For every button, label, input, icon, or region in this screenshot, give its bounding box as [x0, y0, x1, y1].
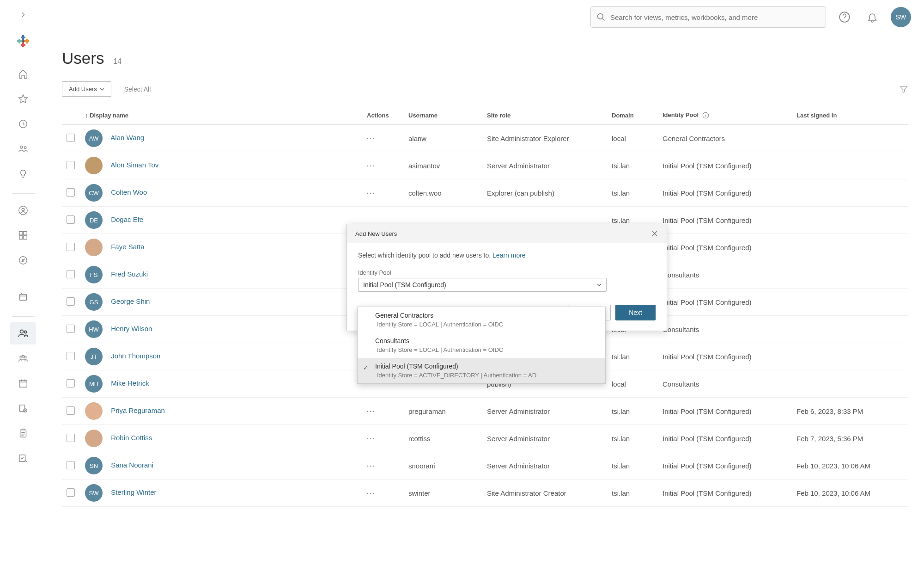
cell-domain: tsi.lan	[607, 425, 658, 452]
select-value: Initial Pool (TSM Configured)	[363, 281, 446, 289]
user-name-link[interactable]: Faye Satta	[111, 243, 145, 251]
row-checkbox[interactable]	[67, 488, 75, 497]
shared-icon[interactable]	[10, 138, 36, 160]
row-actions-menu[interactable]: ···	[367, 189, 376, 197]
row-actions-menu[interactable]: ···	[367, 162, 376, 170]
row-checkbox[interactable]	[67, 161, 75, 169]
cell-username: alanw	[404, 125, 482, 152]
cell-identity-pool: Initial Pool (TSM Configured)	[658, 207, 792, 234]
user-name-link[interactable]: Alan Wang	[110, 134, 144, 141]
recommendations-icon[interactable]	[10, 163, 36, 185]
identity-pool-select[interactable]: Initial Pool (TSM Configured)	[358, 278, 607, 292]
cell-identity-pool: Consultants	[658, 316, 792, 343]
avatar: CW	[85, 184, 103, 202]
close-icon[interactable]	[651, 230, 658, 237]
cell-identity-pool: Initial Pool (TSM Configured)	[658, 343, 792, 370]
recents-icon[interactable]	[10, 113, 36, 135]
col-domain[interactable]: Domain	[607, 106, 658, 125]
row-checkbox[interactable]	[67, 215, 75, 224]
row-checkbox[interactable]	[67, 406, 75, 415]
row-checkbox[interactable]	[67, 297, 75, 306]
row-checkbox[interactable]	[67, 461, 75, 469]
row-checkbox[interactable]	[67, 243, 75, 251]
user-name-link[interactable]: Fred Suzuki	[111, 270, 148, 278]
cell-last-signed-in	[792, 179, 908, 207]
svg-rect-7	[26, 39, 28, 43]
modal-title: Add New Users	[355, 230, 397, 237]
schedules-icon[interactable]	[10, 372, 36, 394]
col-site-role[interactable]: Site role	[482, 106, 607, 125]
row-actions-menu[interactable]: ···	[367, 489, 376, 497]
dropdown-item[interactable]: Consultants Identity Store = LOCAL | Aut…	[358, 332, 605, 358]
page-count: 14	[113, 57, 122, 66]
collections-icon[interactable]	[10, 224, 36, 246]
svg-rect-20	[19, 295, 26, 301]
cell-last-signed-in	[792, 370, 908, 398]
expand-sidebar-icon[interactable]	[14, 6, 32, 24]
search-box[interactable]	[590, 6, 826, 28]
favorites-icon[interactable]	[10, 88, 36, 110]
select-all-button[interactable]: Select All	[124, 86, 151, 93]
dropdown-item[interactable]: General Contractors Identity Store = LOC…	[358, 307, 605, 332]
add-users-button[interactable]: Add Users	[62, 81, 111, 97]
notifications-icon[interactable]	[863, 8, 881, 26]
site-status-icon[interactable]	[10, 447, 36, 469]
app-logo[interactable]	[15, 33, 31, 49]
row-actions-menu[interactable]: ···	[367, 407, 376, 415]
cell-site-role: Server Administrator	[482, 425, 607, 452]
row-actions-menu[interactable]: ···	[367, 135, 376, 142]
row-checkbox[interactable]	[67, 270, 75, 278]
cell-identity-pool: Consultants	[658, 370, 792, 398]
user-name-link[interactable]: Dogac Efe	[111, 215, 143, 223]
user-name-link[interactable]: John Thompson	[111, 352, 160, 360]
external-assets-icon[interactable]	[10, 286, 36, 308]
search-input[interactable]	[610, 13, 820, 21]
user-name-link[interactable]: Sterling Winter	[111, 488, 156, 496]
row-checkbox[interactable]	[67, 379, 75, 387]
next-button[interactable]: Next	[615, 305, 656, 320]
sidebar-divider	[12, 193, 35, 194]
cell-domain: tsi.lan	[607, 152, 658, 179]
cell-last-signed-in: Feb 7, 2023, 5:36 PM	[792, 425, 908, 452]
filter-icon[interactable]	[899, 85, 908, 94]
users-icon[interactable]	[10, 322, 36, 344]
row-checkbox[interactable]	[67, 134, 75, 142]
chevron-down-icon	[100, 87, 104, 92]
home-icon[interactable]	[10, 63, 36, 85]
cell-last-signed-in: Feb 10, 2023, 10:06 AM	[792, 452, 908, 480]
toolbar: Add Users Select All	[62, 81, 908, 97]
row-actions-menu[interactable]: ···	[367, 435, 376, 443]
row-checkbox[interactable]	[67, 434, 75, 442]
help-icon[interactable]	[835, 8, 854, 26]
user-avatar[interactable]: SW	[891, 7, 911, 27]
groups-icon[interactable]	[10, 347, 36, 369]
info-icon[interactable]	[702, 112, 709, 119]
tasks-icon[interactable]	[10, 422, 36, 444]
user-name-link[interactable]: Sana Noorani	[111, 461, 153, 469]
user-name-link[interactable]: Alon Siman Tov	[110, 161, 158, 169]
jobs-icon[interactable]	[10, 397, 36, 419]
col-username[interactable]: Username	[404, 106, 482, 125]
col-identity-pool[interactable]: Identity Pool	[663, 111, 699, 118]
col-last-signed-in[interactable]: Last signed in	[792, 106, 908, 125]
cell-identity-pool: Initial Pool (TSM Configured)	[658, 152, 792, 179]
user-name-link[interactable]: Mike Hetrick	[111, 379, 149, 387]
row-checkbox[interactable]	[67, 352, 75, 360]
svg-point-11	[20, 146, 23, 149]
avatar: SN	[85, 457, 103, 474]
user-name-link[interactable]: Priya Reguraman	[111, 406, 165, 414]
user-name-link[interactable]: Colten Woo	[111, 188, 147, 196]
user-name-link[interactable]: Robin Cottiss	[111, 434, 152, 442]
learn-more-link[interactable]: Learn more	[492, 252, 526, 259]
dropdown-item[interactable]: ✓ Initial Pool (TSM Configured) Identity…	[358, 358, 605, 383]
user-name-link[interactable]: George Shin	[111, 297, 150, 305]
row-checkbox[interactable]	[67, 188, 75, 197]
personal-space-icon[interactable]	[10, 199, 36, 221]
explore-icon[interactable]	[10, 249, 36, 271]
row-actions-menu[interactable]: ···	[367, 462, 376, 470]
user-name-link[interactable]: Henry Wilson	[111, 325, 152, 332]
col-actions[interactable]: Actions	[362, 106, 404, 125]
svg-point-13	[18, 206, 27, 215]
col-display-name[interactable]: Display name	[90, 112, 128, 119]
row-checkbox[interactable]	[67, 325, 75, 333]
